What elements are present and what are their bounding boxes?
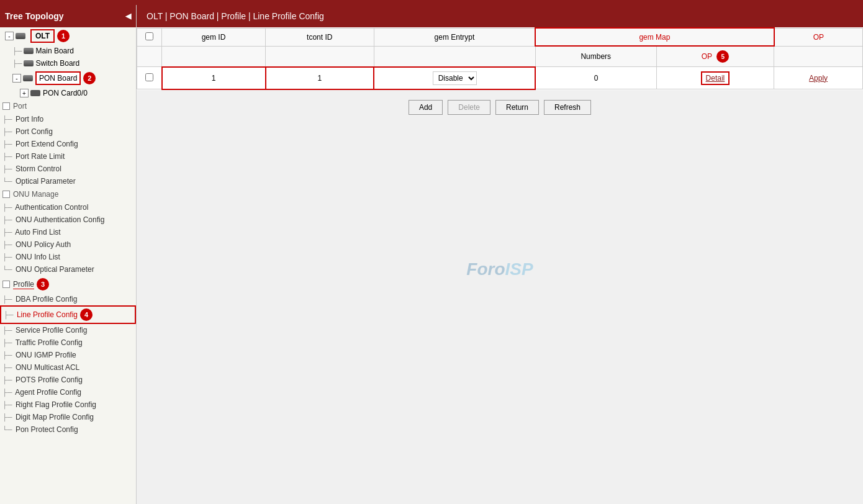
sidebar-header: Tree Topology ◀ — [0, 5, 136, 27]
add-button[interactable]: Add — [409, 100, 443, 115]
table-container: gem ID tcont ID gem Entrypt gem Map — [137, 27, 863, 504]
expand-pon-card-icon[interactable]: + — [20, 89, 29, 97]
switch-board-label: Switch Board — [36, 59, 80, 68]
nav-digit-map[interactable]: ├─ Digit Map Profile Config — [0, 411, 136, 423]
pon-board-label[interactable]: PON Board — [35, 71, 81, 85]
apply-link[interactable]: Apply — [809, 74, 828, 83]
profile-checkbox[interactable] — [2, 281, 10, 288]
numbers-label: Numbers — [581, 52, 611, 61]
sidebar-title: Tree Topology — [5, 11, 64, 21]
nav-dba-profile[interactable]: ├─ DBA Profile Config — [0, 293, 136, 305]
nav-pon-protect[interactable]: └─ Pon Protect Config — [0, 423, 136, 436]
nav-storm-control[interactable]: ├─ Storm Control — [0, 163, 136, 175]
sidebar-scroll: - OLT 1 ├─ Main Board ├─ Switch Board - — [0, 27, 136, 495]
table-row: 1 1 Disable Enable — [137, 67, 863, 89]
pon-card-icon — [30, 90, 40, 96]
gem-id-header: gem ID — [162, 28, 266, 46]
pon-board-icon — [23, 75, 33, 81]
collapse-arrow-icon[interactable]: ◀ — [125, 12, 131, 20]
gem-encrypt-select[interactable]: Disable Enable — [433, 71, 477, 85]
nav-port-rate-limit[interactable]: ├─ Port Rate Limit — [0, 150, 136, 163]
tcont-id-value: 1 — [317, 74, 322, 83]
sidebar-item-olt[interactable]: - OLT 1 — [0, 27, 136, 45]
op-right-sub — [774, 46, 863, 67]
main-container: Tree Topology ◀ - OLT 1 ├─ Main Board ├─ — [0, 5, 863, 504]
numbers-header: Numbers — [535, 46, 656, 67]
olt-label[interactable]: OLT — [30, 29, 55, 43]
nav-port-config[interactable]: ├─ Port Config — [0, 125, 136, 138]
tcont-id-cell: 1 — [266, 67, 374, 89]
sidebar-item-switch-board[interactable]: ├─ Switch Board — [0, 57, 136, 70]
select-all-header — [137, 28, 162, 46]
expand-pon-icon[interactable]: - — [12, 74, 21, 83]
nav-onu-multicast[interactable]: ├─ ONU Multicast ACL — [0, 361, 136, 374]
nav-port-extend-config[interactable]: ├─ Port Extend Config — [0, 138, 136, 150]
onu-checkbox[interactable] — [2, 191, 10, 198]
badge-1: 1 — [57, 30, 70, 42]
gem-encrypt-header: gem Entrypt — [374, 28, 535, 46]
profile-section-header[interactable]: Profile 3 — [0, 276, 136, 293]
badge-4: 4 — [80, 308, 93, 321]
tcont-id-label: tcont ID — [307, 33, 332, 42]
nav-traffic-profile[interactable]: ├─ Traffic Profile Config — [0, 336, 136, 349]
nav-onu-info-list[interactable]: ├─ ONU Info List — [0, 251, 136, 263]
nav-right-flag[interactable]: ├─ Right Flag Profile Config — [0, 398, 136, 411]
top-bar — [0, 0, 863, 5]
port-section-label: Port — [13, 102, 27, 110]
select-all-checkbox[interactable] — [145, 32, 153, 40]
nav-line-profile[interactable]: ├─ Line Profile Config 4 — [0, 305, 136, 324]
gem-id-value: 1 — [212, 74, 216, 83]
port-checkbox[interactable] — [2, 102, 10, 110]
gem-id-label: gem ID — [202, 33, 226, 42]
op-right-label: OP — [813, 33, 824, 42]
gem-map-header: gem Map — [535, 28, 774, 46]
nav-onu-policy-auth[interactable]: ├─ ONU Policy Auth — [0, 238, 136, 251]
nav-optical-parameter[interactable]: └─ Optical Parameter — [0, 175, 136, 187]
main-board-icon — [24, 48, 34, 54]
op-left-label: OP — [702, 52, 712, 61]
switch-board-icon — [24, 60, 34, 66]
connector-icon: ├─ — [12, 60, 22, 67]
olt-icon — [16, 33, 25, 39]
breadcrumb: OLT | PON Board | Profile | Line Profile… — [137, 5, 863, 27]
expand-olt-icon[interactable]: - — [5, 32, 14, 40]
sidebar-item-pon-card[interactable]: + PON Card0/0 — [0, 87, 136, 99]
nav-agent-profile[interactable]: ├─ Agent Profile Config — [0, 386, 136, 398]
delete-button[interactable]: Delete — [448, 100, 490, 115]
nav-onu-igmp[interactable]: ├─ ONU IGMP Profile — [0, 349, 136, 361]
watermark-prefix: Foro — [466, 259, 505, 279]
nav-onu-auth-config[interactable]: ├─ ONU Authentication Config — [0, 214, 136, 226]
tcont-id-sub — [266, 46, 374, 67]
tcont-id-header: tcont ID — [266, 28, 374, 46]
nav-service-profile[interactable]: ├─ Service Profile Config — [0, 324, 136, 336]
buttons-row: Add Delete Return Refresh — [137, 90, 863, 125]
main-table: gem ID tcont ID gem Entrypt gem Map — [137, 27, 863, 90]
onu-section-label: ONU Manage — [13, 190, 58, 199]
op-right-header: OP — [774, 28, 863, 46]
port-section-header[interactable]: Port — [0, 99, 136, 113]
badge-3: 3 — [37, 278, 49, 290]
nav-pots-profile[interactable]: ├─ POTS Profile Config — [0, 374, 136, 386]
numbers-cell: 0 — [535, 67, 656, 89]
nav-auth-control[interactable]: ├─ Authentication Control — [0, 201, 136, 214]
onu-section-header[interactable]: ONU Manage — [0, 187, 136, 201]
nav-auto-find-list[interactable]: ├─ Auto Find List — [0, 226, 136, 238]
op-detail-cell: Detail — [656, 67, 774, 89]
gem-encrypt-sub — [374, 46, 535, 67]
nav-port-info[interactable]: ├─ Port Info — [0, 113, 136, 125]
gem-id-cell: 1 — [162, 67, 266, 89]
watermark-suffix: ISP — [505, 259, 533, 279]
row-checkbox[interactable] — [145, 73, 153, 81]
nav-onu-optical[interactable]: └─ ONU Optical Parameter — [0, 263, 136, 276]
connector-icon: ├─ — [12, 47, 22, 55]
empty-header — [137, 46, 162, 67]
badge-5: 5 — [716, 50, 729, 63]
profile-section-label: Profile — [13, 280, 34, 289]
sidebar-item-main-board[interactable]: ├─ Main Board — [0, 45, 136, 57]
sidebar-item-pon-board[interactable]: - PON Board 2 — [0, 70, 136, 87]
detail-link[interactable]: Detail — [701, 71, 730, 85]
refresh-button[interactable]: Refresh — [544, 100, 591, 115]
return-button[interactable]: Return — [495, 100, 539, 115]
pon-card-label: PON Card0/0 — [43, 89, 88, 97]
gem-id-sub — [162, 46, 266, 67]
